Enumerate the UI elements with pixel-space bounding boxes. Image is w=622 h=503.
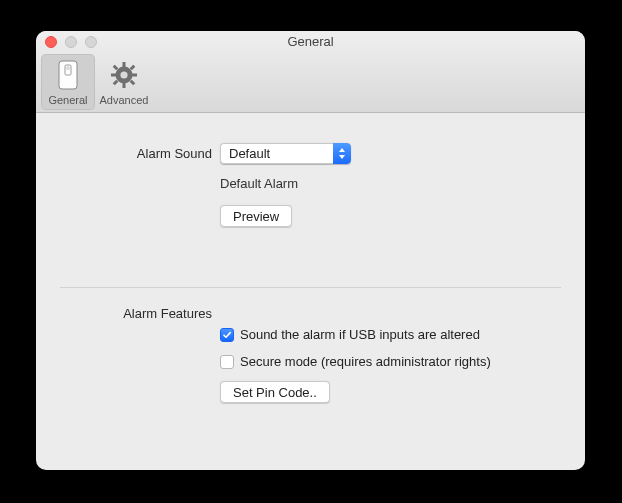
set-pin-code-button[interactable]: Set Pin Code.. (220, 381, 330, 403)
minimize-button[interactable] (65, 36, 77, 48)
separator (60, 287, 561, 288)
svg-rect-2 (66, 66, 69, 70)
svg-rect-9 (130, 79, 136, 85)
content-area: Alarm Sound Default Default Alarm Previe… (36, 113, 585, 423)
secure-mode-checkbox-label[interactable]: Secure mode (requires administrator righ… (240, 354, 491, 369)
titlebar: General (36, 31, 585, 52)
preview-button-label: Preview (233, 209, 279, 224)
svg-rect-7 (132, 73, 137, 76)
tab-advanced[interactable]: Advanced (97, 54, 151, 110)
gear-icon (108, 59, 140, 91)
tab-general[interactable]: General (41, 54, 95, 110)
preferences-toolbar: General (36, 52, 585, 113)
svg-rect-6 (111, 73, 116, 76)
svg-rect-8 (113, 64, 119, 70)
tab-general-label: General (48, 94, 87, 106)
zoom-button[interactable] (85, 36, 97, 48)
close-button[interactable] (45, 36, 57, 48)
tab-advanced-label: Advanced (100, 94, 149, 106)
updown-arrows-icon (333, 143, 351, 164)
window-controls (45, 36, 97, 48)
window-title: General (36, 34, 585, 49)
secure-mode-checkbox[interactable] (220, 355, 234, 369)
set-pin-code-label: Set Pin Code.. (233, 385, 317, 400)
svg-rect-10 (130, 64, 136, 70)
preview-button[interactable]: Preview (220, 205, 292, 227)
alarm-sound-popup[interactable]: Default (220, 143, 351, 164)
general-icon (52, 59, 84, 91)
usb-checkbox[interactable] (220, 328, 234, 342)
svg-rect-11 (113, 79, 119, 85)
usb-checkbox-label[interactable]: Sound the alarm if USB inputs are altere… (240, 327, 480, 342)
svg-rect-4 (123, 62, 126, 67)
svg-point-12 (120, 71, 127, 78)
svg-rect-5 (123, 83, 126, 88)
alarm-features-label: Alarm Features (60, 304, 220, 321)
alarm-sound-selected: Default (229, 146, 270, 161)
checkmark-icon (222, 330, 232, 340)
preferences-window: General General (36, 31, 585, 470)
alarm-sound-subtitle: Default Alarm (220, 176, 561, 191)
alarm-sound-label: Alarm Sound (60, 146, 220, 161)
